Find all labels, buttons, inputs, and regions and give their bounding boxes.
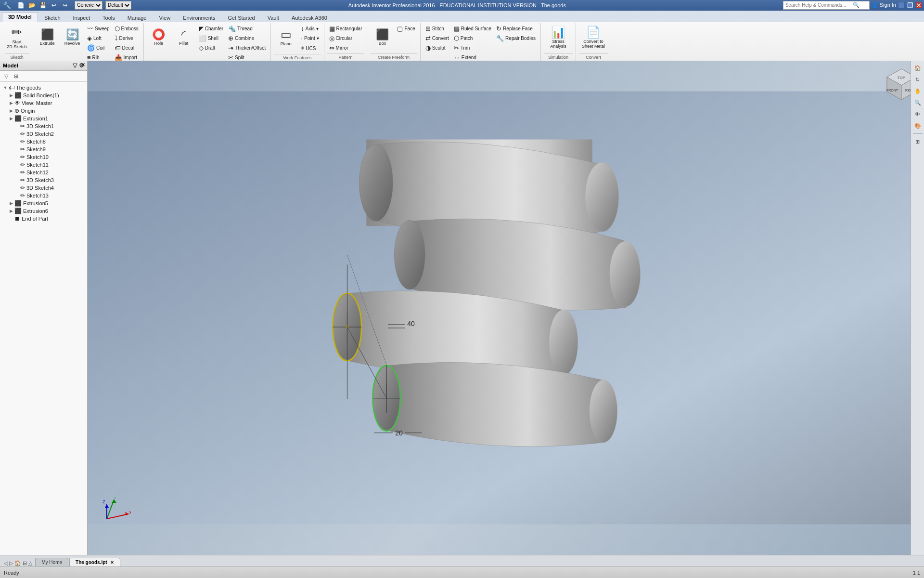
expand-icon: ▶	[8, 209, 14, 213]
tab-expand-icon[interactable]: △	[28, 560, 32, 566]
btn-convert[interactable]: ⇄Convert	[424, 34, 451, 43]
btn-sweep[interactable]: 〰Sweep	[85, 24, 112, 33]
tab-get-started[interactable]: Get Started	[221, 13, 261, 22]
qat-save[interactable]: 💾	[38, 0, 48, 10]
close-button[interactable]: ✕	[915, 2, 922, 9]
panel-toolbar-filter[interactable]: ▽	[2, 72, 11, 80]
btn-extrude[interactable]: ⬛ Extrude	[35, 24, 59, 51]
btn-start-2d-sketch[interactable]: ✏ Start2D Sketch	[5, 24, 29, 51]
item-label: 3D Sketch2	[26, 131, 54, 137]
tab-home-icon[interactable]: 🏠	[14, 560, 21, 566]
btn-stress-analysis[interactable]: 📊 StressAnalysis	[544, 24, 573, 51]
tree-item-sketch9[interactable]: ✏ Sketch9	[0, 145, 87, 153]
style-dropdown[interactable]: Generic	[75, 1, 103, 10]
item-label: 3D Sketch1	[26, 123, 54, 129]
tab-environments[interactable]: Environments	[177, 13, 221, 22]
tab-view[interactable]: View	[153, 13, 177, 22]
panel-close[interactable]: ✕	[81, 62, 85, 68]
tab-sketch[interactable]: Sketch	[38, 13, 67, 22]
btn-rectangular[interactable]: ▦Rectangular	[327, 24, 364, 33]
tab-my-home[interactable]: My Home	[35, 558, 68, 566]
account-icon[interactable]: 👤 Sign In	[872, 2, 896, 8]
tree-item-origin[interactable]: ▶ ⊕ Origin	[0, 107, 87, 115]
tree-item-sketch13[interactable]: ✏ Sketch13	[0, 192, 87, 199]
tree-item-3dsketch1[interactable]: ✏ 3D Sketch1	[0, 122, 87, 130]
tab-vault[interactable]: Vault	[261, 13, 285, 22]
tab-close-icon[interactable]: ✕	[110, 560, 114, 565]
btn-thicken[interactable]: ⇥Thicken/Offset	[226, 43, 268, 53]
btn-chamfer[interactable]: ◤Chamfer	[197, 24, 225, 33]
minimize-button[interactable]: —	[898, 2, 905, 9]
search-input[interactable]	[785, 2, 853, 8]
tab-nav-right[interactable]: ▷	[9, 560, 13, 566]
tree-item-view[interactable]: ▶ 👁 View: Master	[0, 99, 87, 107]
qat-undo[interactable]: ↩	[49, 0, 59, 10]
tree-item-extrusion1[interactable]: ▶ ⬛ Extrusion1	[0, 115, 87, 122]
btn-derive[interactable]: ⤵Derive	[113, 34, 141, 43]
btn-sculpt[interactable]: ◑Sculpt	[424, 43, 451, 53]
btn-circular[interactable]: ◎Circular	[327, 34, 364, 43]
tab-manage[interactable]: Manage	[121, 13, 153, 22]
view-zoom-btn[interactable]: 🔍	[912, 97, 923, 108]
btn-shell[interactable]: ⬜Shell	[197, 34, 225, 43]
btn-decal[interactable]: 🏷Decal	[113, 43, 141, 53]
btn-ucs[interactable]: ⌖UCS	[299, 43, 321, 53]
material-dropdown[interactable]: Default	[105, 1, 131, 10]
qat-new[interactable]: 📄	[16, 0, 26, 10]
tab-nav-left[interactable]: ◁	[4, 560, 8, 566]
tab-3d-model[interactable]: 3D Model	[2, 12, 38, 22]
btn-face[interactable]: ▢Face	[395, 24, 417, 33]
btn-plane[interactable]: ▭ Plane	[274, 24, 298, 51]
tree-item-extrusion5[interactable]: ▶ ⬛ Extrusion5	[0, 199, 87, 207]
view-pan-btn[interactable]: ✋	[912, 86, 923, 96]
qat-redo[interactable]: ↪	[60, 0, 70, 10]
btn-hole[interactable]: ⭕ Hole	[147, 24, 171, 51]
tree-item-end-of-part[interactable]: ⏹ End of Part	[0, 215, 87, 223]
btn-point[interactable]: ·Point ▾	[299, 34, 321, 43]
view-grid-btn[interactable]: ⊞	[912, 136, 923, 147]
btn-combine[interactable]: ⊕Combine	[226, 34, 268, 43]
tree-item-3dsketch2[interactable]: ✏ 3D Sketch2	[0, 130, 87, 138]
btn-draft[interactable]: ◇Draft	[197, 43, 225, 53]
tree-item-sketch8[interactable]: ✏ Sketch8	[0, 138, 87, 145]
panel-toolbar-expand[interactable]: ⊞	[12, 72, 20, 80]
btn-convert-sheet-metal[interactable]: 📄 Convert toSheet Metal	[579, 24, 608, 51]
tree-item-3dsketch3[interactable]: ✏ 3D Sketch3	[0, 176, 87, 184]
btn-axis[interactable]: ↕Axis ▾	[299, 24, 321, 33]
btn-emboss[interactable]: ⬡Emboss	[113, 24, 141, 33]
btn-mirror[interactable]: ⇔Mirror	[327, 43, 364, 53]
tree-item-solid[interactable]: ▶ ⬛ Solid Bodies(1)	[0, 92, 87, 99]
view-appearance-btn[interactable]: 🎨	[912, 120, 923, 131]
search-box[interactable]: 🔍	[783, 1, 870, 10]
btn-patch[interactable]: ⬡Patch	[452, 34, 493, 43]
tree-item-3dsketch4[interactable]: ✏ 3D Sketch4	[0, 184, 87, 192]
btn-loft[interactable]: ◈Loft	[85, 34, 112, 43]
tree-item-sketch12[interactable]: ✏ Sketch12	[0, 169, 87, 176]
btn-trim[interactable]: ✂Trim	[452, 43, 493, 53]
tab-tools[interactable]: Tools	[96, 13, 121, 22]
btn-fillet[interactable]: ◜ Fillet	[172, 24, 196, 51]
btn-stitch[interactable]: ⊞Stitch	[424, 24, 451, 33]
panel-filter-icon[interactable]: ▽	[73, 62, 77, 69]
tree-item-extrusion6[interactable]: ▶ ⬛ Extrusion6	[0, 207, 87, 215]
btn-thread[interactable]: 🔩Thread	[226, 24, 268, 33]
restore-button[interactable]: ❐	[907, 2, 913, 9]
viewport[interactable]: 40 20	[88, 61, 924, 555]
view-orbit-btn[interactable]: ↻	[912, 74, 923, 85]
tab-autodesk-a360[interactable]: Autodesk A360	[285, 13, 334, 22]
btn-coil[interactable]: 🌀Coil	[85, 43, 112, 53]
tab-inspect[interactable]: Inspect	[67, 13, 96, 22]
view-home-btn[interactable]: 🏠	[912, 63, 923, 73]
tab-layout-icon[interactable]: ⊟	[23, 560, 27, 566]
btn-box[interactable]: ⬛ Box	[370, 24, 394, 51]
qat-open[interactable]: 📂	[27, 0, 37, 10]
tree-item-sketch11[interactable]: ✏ Sketch11	[0, 161, 87, 169]
btn-replace-face[interactable]: ↻Replace Face	[494, 24, 538, 33]
btn-revolve[interactable]: 🔄 Revolve	[60, 24, 84, 51]
view-look-at-btn[interactable]: 👁	[912, 109, 923, 119]
tab-the-goods[interactable]: The goods.ipt ✕	[69, 558, 120, 566]
tree-item-sketch10[interactable]: ✏ Sketch10	[0, 153, 87, 161]
tree-item-root[interactable]: ▼ 🏷 The goods	[0, 84, 87, 92]
btn-ruled-surface[interactable]: ▤Ruled Surface	[452, 24, 493, 33]
btn-repair-bodies[interactable]: 🔧Repair Bodies	[494, 34, 538, 43]
